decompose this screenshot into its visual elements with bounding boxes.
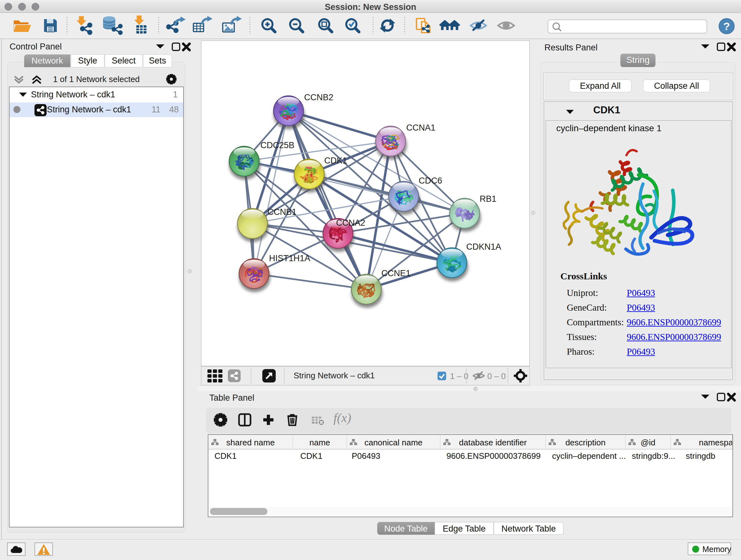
svg-text:CCNE1: CCNE1: [381, 268, 411, 278]
svg-text:CDKN1A: CDKN1A: [466, 242, 501, 252]
svg-text:CDC25B: CDC25B: [260, 140, 294, 150]
svg-text:CCNA1: CCNA1: [406, 123, 435, 132]
svg-text:?: ?: [724, 20, 730, 32]
svg-text:CCNA2: CCNA2: [336, 218, 365, 228]
svg-text:RB1: RB1: [480, 194, 496, 204]
svg-text:CDC6: CDC6: [419, 176, 442, 186]
svg-text:CCNB2: CCNB2: [304, 92, 333, 102]
svg-text:CDK1: CDK1: [324, 156, 347, 165]
svg-text:HIST1H1A: HIST1H1A: [269, 253, 310, 263]
svg-text:CCNB1: CCNB1: [267, 207, 297, 217]
